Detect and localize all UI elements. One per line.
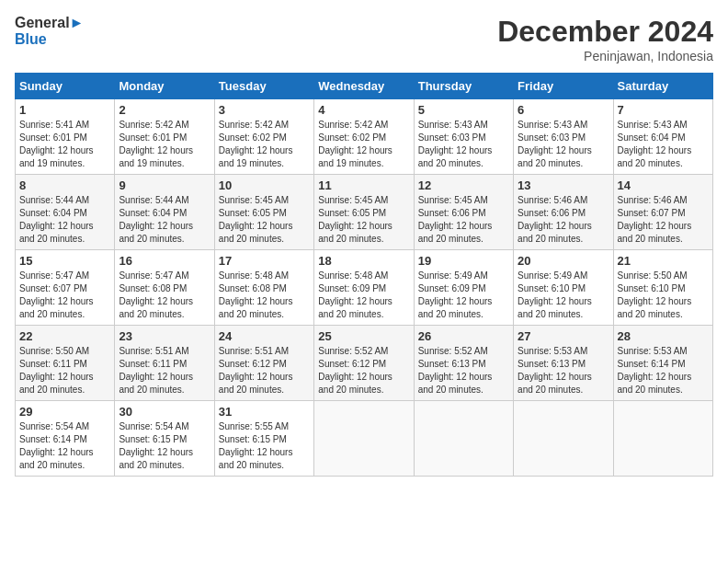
day-cell: 23 Sunrise: 5:51 AM Sunset: 6:11 PM Dayl… <box>115 326 214 401</box>
day-info: Sunrise: 5:52 AM Sunset: 6:12 PM Dayligh… <box>318 345 409 396</box>
logo-text: General► Blue <box>15 15 84 47</box>
day-info: Sunrise: 5:54 AM Sunset: 6:14 PM Dayligh… <box>19 420 110 472</box>
day-cell <box>514 401 613 477</box>
day-number: 9 <box>119 178 210 192</box>
day-cell: 5 Sunrise: 5:43 AM Sunset: 6:03 PM Dayli… <box>414 99 513 175</box>
day-cell: 6 Sunrise: 5:43 AM Sunset: 6:03 PM Dayli… <box>514 99 613 175</box>
day-cell: 26 Sunrise: 5:52 AM Sunset: 6:13 PM Dayl… <box>414 326 513 401</box>
calendar-table: SundayMondayTuesdayWednesdayThursdayFrid… <box>15 73 713 477</box>
day-cell: 11 Sunrise: 5:45 AM Sunset: 6:05 PM Dayl… <box>314 175 414 250</box>
day-info: Sunrise: 5:50 AM Sunset: 6:11 PM Dayligh… <box>19 345 110 396</box>
day-number: 26 <box>418 329 509 343</box>
week-row-3: 15 Sunrise: 5:47 AM Sunset: 6:07 PM Dayl… <box>16 250 713 326</box>
day-cell: 9 Sunrise: 5:44 AM Sunset: 6:04 PM Dayli… <box>115 175 214 250</box>
day-cell: 14 Sunrise: 5:46 AM Sunset: 6:07 PM Dayl… <box>613 175 712 250</box>
day-info: Sunrise: 5:46 AM Sunset: 6:07 PM Dayligh… <box>618 194 709 246</box>
day-info: Sunrise: 5:49 AM Sunset: 6:10 PM Dayligh… <box>518 270 609 321</box>
day-info: Sunrise: 5:53 AM Sunset: 6:13 PM Dayligh… <box>518 345 609 396</box>
logo: General► Blue <box>15 15 84 47</box>
day-number: 22 <box>19 329 110 343</box>
col-header-saturday: Saturday <box>613 74 712 99</box>
day-cell: 30 Sunrise: 5:54 AM Sunset: 6:15 PM Dayl… <box>115 401 214 477</box>
day-info: Sunrise: 5:53 AM Sunset: 6:14 PM Dayligh… <box>618 345 709 396</box>
day-cell: 25 Sunrise: 5:52 AM Sunset: 6:12 PM Dayl… <box>314 326 414 401</box>
col-header-tuesday: Tuesday <box>214 74 313 99</box>
day-number: 19 <box>418 254 509 268</box>
day-number: 25 <box>318 329 409 343</box>
day-number: 3 <box>219 103 310 117</box>
week-row-4: 22 Sunrise: 5:50 AM Sunset: 6:11 PM Dayl… <box>16 326 713 401</box>
col-header-friday: Friday <box>514 74 613 99</box>
day-cell: 31 Sunrise: 5:55 AM Sunset: 6:15 PM Dayl… <box>214 401 313 477</box>
day-number: 29 <box>19 405 110 419</box>
day-cell <box>613 401 712 477</box>
day-cell: 10 Sunrise: 5:45 AM Sunset: 6:05 PM Dayl… <box>214 175 313 250</box>
day-info: Sunrise: 5:42 AM Sunset: 6:01 PM Dayligh… <box>119 119 210 170</box>
day-info: Sunrise: 5:47 AM Sunset: 6:08 PM Dayligh… <box>119 270 210 321</box>
day-info: Sunrise: 5:43 AM Sunset: 6:03 PM Dayligh… <box>418 119 509 170</box>
day-info: Sunrise: 5:48 AM Sunset: 6:09 PM Dayligh… <box>318 270 409 321</box>
day-cell: 21 Sunrise: 5:50 AM Sunset: 6:10 PM Dayl… <box>613 250 712 326</box>
month-title: December 2024 <box>497 15 713 49</box>
day-number: 20 <box>518 254 609 268</box>
day-number: 13 <box>518 178 609 192</box>
day-number: 18 <box>318 254 409 268</box>
title-block: December 2024 Peninjawan, Indonesia <box>497 15 713 63</box>
day-number: 6 <box>518 103 609 117</box>
day-info: Sunrise: 5:48 AM Sunset: 6:08 PM Dayligh… <box>219 270 310 321</box>
week-row-5: 29 Sunrise: 5:54 AM Sunset: 6:14 PM Dayl… <box>16 401 713 477</box>
day-cell: 29 Sunrise: 5:54 AM Sunset: 6:14 PM Dayl… <box>16 401 115 477</box>
day-number: 15 <box>19 254 110 268</box>
day-cell: 28 Sunrise: 5:53 AM Sunset: 6:14 PM Dayl… <box>613 326 712 401</box>
day-cell: 8 Sunrise: 5:44 AM Sunset: 6:04 PM Dayli… <box>16 175 115 250</box>
day-number: 8 <box>19 178 110 192</box>
day-cell: 19 Sunrise: 5:49 AM Sunset: 6:09 PM Dayl… <box>414 250 513 326</box>
day-info: Sunrise: 5:41 AM Sunset: 6:01 PM Dayligh… <box>19 119 110 170</box>
day-number: 5 <box>418 103 509 117</box>
day-number: 2 <box>119 103 210 117</box>
day-number: 14 <box>618 178 709 192</box>
day-cell: 20 Sunrise: 5:49 AM Sunset: 6:10 PM Dayl… <box>514 250 613 326</box>
day-number: 31 <box>219 405 310 419</box>
day-info: Sunrise: 5:50 AM Sunset: 6:10 PM Dayligh… <box>618 270 709 321</box>
col-header-sunday: Sunday <box>16 74 115 99</box>
day-info: Sunrise: 5:43 AM Sunset: 6:03 PM Dayligh… <box>518 119 609 170</box>
day-info: Sunrise: 5:45 AM Sunset: 6:05 PM Dayligh… <box>318 194 409 246</box>
day-number: 1 <box>19 103 110 117</box>
day-cell: 17 Sunrise: 5:48 AM Sunset: 6:08 PM Dayl… <box>214 250 313 326</box>
day-number: 27 <box>518 329 609 343</box>
week-row-2: 8 Sunrise: 5:44 AM Sunset: 6:04 PM Dayli… <box>16 175 713 250</box>
day-cell: 1 Sunrise: 5:41 AM Sunset: 6:01 PM Dayli… <box>16 99 115 175</box>
col-header-monday: Monday <box>115 74 214 99</box>
day-number: 12 <box>418 178 509 192</box>
day-cell: 27 Sunrise: 5:53 AM Sunset: 6:13 PM Dayl… <box>514 326 613 401</box>
day-cell: 13 Sunrise: 5:46 AM Sunset: 6:06 PM Dayl… <box>514 175 613 250</box>
page-header: General► Blue December 2024 Peninjawan, … <box>15 15 713 63</box>
day-info: Sunrise: 5:42 AM Sunset: 6:02 PM Dayligh… <box>318 119 409 170</box>
col-header-thursday: Thursday <box>414 74 513 99</box>
day-info: Sunrise: 5:51 AM Sunset: 6:12 PM Dayligh… <box>219 345 310 396</box>
day-info: Sunrise: 5:44 AM Sunset: 6:04 PM Dayligh… <box>119 194 210 246</box>
day-cell: 15 Sunrise: 5:47 AM Sunset: 6:07 PM Dayl… <box>16 250 115 326</box>
day-info: Sunrise: 5:54 AM Sunset: 6:15 PM Dayligh… <box>119 420 210 472</box>
week-row-1: 1 Sunrise: 5:41 AM Sunset: 6:01 PM Dayli… <box>16 99 713 175</box>
day-cell: 2 Sunrise: 5:42 AM Sunset: 6:01 PM Dayli… <box>115 99 214 175</box>
day-cell: 24 Sunrise: 5:51 AM Sunset: 6:12 PM Dayl… <box>214 326 313 401</box>
day-cell: 7 Sunrise: 5:43 AM Sunset: 6:04 PM Dayli… <box>613 99 712 175</box>
day-info: Sunrise: 5:47 AM Sunset: 6:07 PM Dayligh… <box>19 270 110 321</box>
day-number: 16 <box>119 254 210 268</box>
day-info: Sunrise: 5:45 AM Sunset: 6:05 PM Dayligh… <box>219 194 310 246</box>
day-info: Sunrise: 5:49 AM Sunset: 6:09 PM Dayligh… <box>418 270 509 321</box>
day-info: Sunrise: 5:46 AM Sunset: 6:06 PM Dayligh… <box>518 194 609 246</box>
day-info: Sunrise: 5:44 AM Sunset: 6:04 PM Dayligh… <box>19 194 110 246</box>
day-number: 4 <box>318 103 409 117</box>
day-info: Sunrise: 5:52 AM Sunset: 6:13 PM Dayligh… <box>418 345 509 396</box>
day-cell <box>414 401 513 477</box>
day-cell <box>314 401 414 477</box>
day-cell: 12 Sunrise: 5:45 AM Sunset: 6:06 PM Dayl… <box>414 175 513 250</box>
day-info: Sunrise: 5:43 AM Sunset: 6:04 PM Dayligh… <box>618 119 709 170</box>
day-number: 10 <box>219 178 310 192</box>
day-cell: 4 Sunrise: 5:42 AM Sunset: 6:02 PM Dayli… <box>314 99 414 175</box>
day-number: 30 <box>119 405 210 419</box>
day-number: 28 <box>618 329 709 343</box>
